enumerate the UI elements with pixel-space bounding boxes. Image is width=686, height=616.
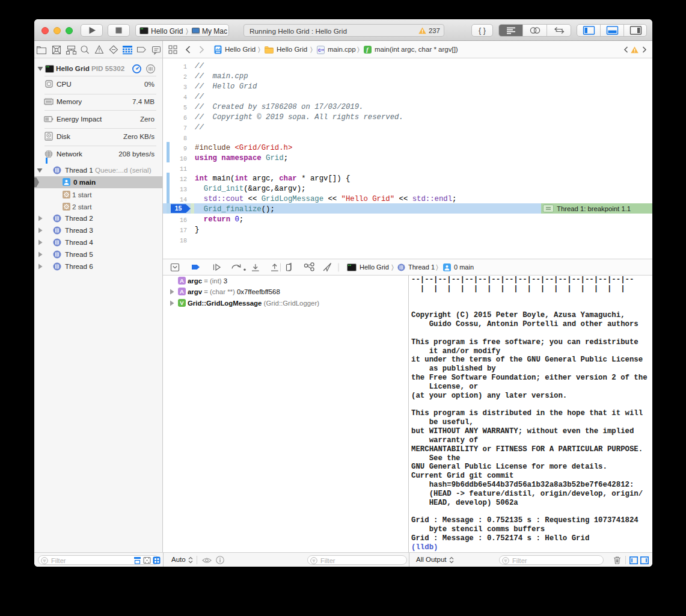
svg-text:c: c <box>318 47 321 53</box>
